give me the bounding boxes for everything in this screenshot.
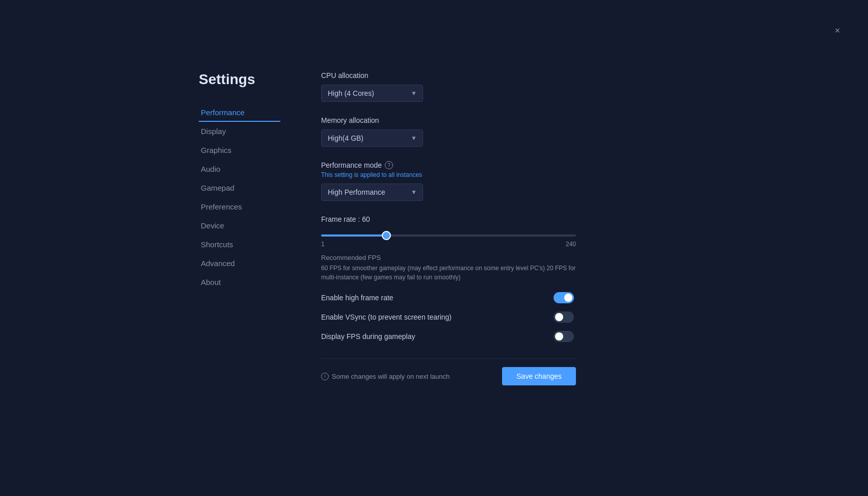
performance-mode-section: Performance mode ? This setting is appli… — [321, 161, 576, 201]
memory-allocation-section: Memory allocation Low(1 GB) Medium(2 GB)… — [321, 116, 576, 147]
performance-mode-label: Performance mode — [321, 161, 382, 169]
toggles-section: Enable high frame rate Enable VSync (to … — [321, 292, 576, 342]
frame-rate-section: Frame rate : 60 1 240 Recommended FPS 60… — [321, 215, 576, 282]
memory-allocation-select[interactable]: Low(1 GB) Medium(2 GB) High(4 GB) Ultra(… — [321, 129, 423, 147]
toggle-label-vsync: Enable VSync (to prevent screen tearing) — [321, 313, 452, 321]
sidebar-nav: Performance Display Graphics Audio Gamep… — [199, 104, 280, 292]
recommended-fps-title: Recommended FPS — [321, 254, 576, 262]
settings-container: Settings Performance Display Graphics Au… — [199, 71, 576, 385]
cpu-allocation-label: CPU allocation — [321, 71, 576, 80]
performance-mode-help-icon[interactable]: ? — [385, 161, 393, 169]
performance-mode-select-wrapper: Balanced High Performance Power Saver ▼ — [321, 184, 423, 201]
frame-rate-label: Frame rate : 60 — [321, 215, 576, 223]
performance-mode-select[interactable]: Balanced High Performance Power Saver — [321, 184, 423, 201]
save-button[interactable]: Save changes — [502, 367, 576, 385]
footer-note-icon: i — [321, 373, 329, 380]
slider-max-label: 240 — [566, 241, 576, 248]
sidebar-item-audio[interactable]: Audio — [199, 161, 280, 178]
toggle-track-vsync — [554, 311, 574, 323]
toggle-label-display-fps: Display FPS during gameplay — [321, 332, 415, 341]
sidebar-item-gamepad[interactable]: Gamepad — [199, 179, 280, 197]
cpu-allocation-select-wrapper: Low (1 Core) Medium (2 Cores) High (4 Co… — [321, 85, 423, 102]
sidebar-panel: Settings Performance Display Graphics Au… — [199, 71, 280, 385]
recommended-fps: Recommended FPS 60 FPS for smoother game… — [321, 254, 576, 282]
toggle-vsync[interactable] — [554, 311, 574, 323]
sidebar-item-preferences[interactable]: Preferences — [199, 198, 280, 216]
footer-note-text: Some changes will apply on next launch — [332, 373, 450, 380]
performance-mode-note: This setting is applied to all instances — [321, 171, 576, 178]
frame-rate-slider-wrapper — [321, 229, 576, 239]
sidebar-item-shortcuts[interactable]: Shortcuts — [199, 236, 280, 254]
recommended-fps-desc: 60 FPS for smoother gameplay (may effect… — [321, 264, 576, 282]
toggle-row-display-fps: Display FPS during gameplay — [321, 331, 576, 342]
slider-range-labels: 1 240 — [321, 241, 576, 248]
cpu-allocation-section: CPU allocation Low (1 Core) Medium (2 Co… — [321, 71, 576, 102]
sidebar-item-performance[interactable]: Performance — [199, 104, 280, 122]
toggle-display-fps[interactable] — [554, 331, 574, 342]
sidebar-item-about[interactable]: About — [199, 274, 280, 292]
toggle-high-frame-rate[interactable] — [554, 292, 574, 303]
cpu-allocation-select[interactable]: Low (1 Core) Medium (2 Cores) High (4 Co… — [321, 85, 423, 102]
toggle-row-high-frame-rate: Enable high frame rate — [321, 292, 576, 303]
footer-row: i Some changes will apply on next launch… — [321, 358, 576, 385]
toggle-label-high-frame-rate: Enable high frame rate — [321, 294, 393, 302]
slider-min-label: 1 — [321, 241, 325, 248]
sidebar-item-display[interactable]: Display — [199, 123, 280, 141]
sidebar-item-advanced[interactable]: Advanced — [199, 255, 280, 273]
toggle-row-vsync: Enable VSync (to prevent screen tearing) — [321, 311, 576, 323]
memory-allocation-label: Memory allocation — [321, 116, 576, 124]
close-button[interactable]: × — [831, 24, 844, 37]
sidebar-item-device[interactable]: Device — [199, 217, 280, 235]
page-title: Settings — [199, 71, 280, 88]
frame-rate-slider[interactable] — [321, 234, 576, 237]
toggle-track-high-frame-rate — [554, 292, 574, 303]
footer-note: i Some changes will apply on next launch — [321, 373, 450, 380]
sidebar-item-graphics[interactable]: Graphics — [199, 142, 280, 160]
toggle-track-display-fps — [554, 331, 574, 342]
memory-allocation-select-wrapper: Low(1 GB) Medium(2 GB) High(4 GB) Ultra(… — [321, 129, 423, 147]
performance-mode-label-row: Performance mode ? — [321, 161, 576, 169]
content-panel: CPU allocation Low (1 Core) Medium (2 Co… — [321, 71, 576, 385]
